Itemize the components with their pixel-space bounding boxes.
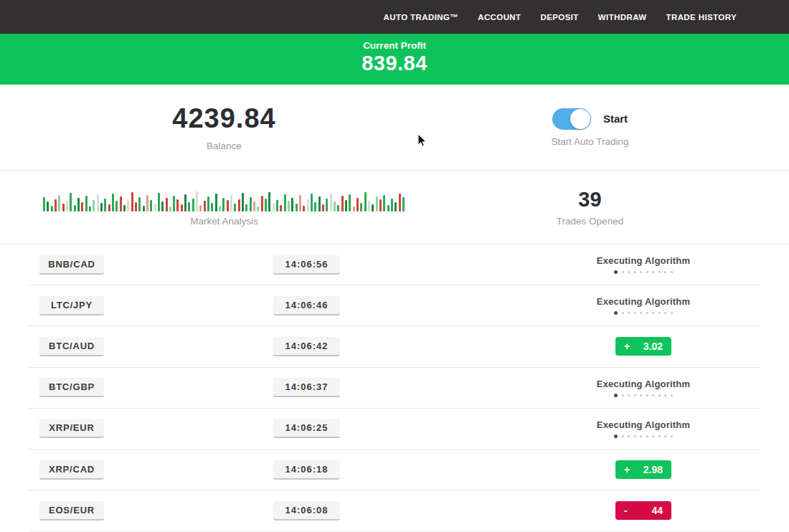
nav-item-deposit[interactable]: DEPOSIT <box>541 13 579 22</box>
time-chip: 14:06:08 <box>273 501 340 521</box>
progress-dot <box>652 394 654 396</box>
market-bar <box>176 199 179 212</box>
progress-dot <box>640 394 642 396</box>
market-bar <box>291 198 293 212</box>
market-bar <box>222 198 225 212</box>
market-bar <box>184 194 186 212</box>
market-bar <box>55 199 57 212</box>
progress-dot <box>664 271 666 273</box>
market-bar <box>238 199 240 212</box>
market-bar <box>211 203 213 212</box>
market-analysis-chart <box>43 189 405 212</box>
pair-chip: EOS/EUR <box>39 501 104 521</box>
progress-dot <box>664 312 666 314</box>
market-bar <box>207 196 209 212</box>
progress-dots <box>614 311 673 315</box>
market-bar <box>154 204 156 212</box>
market-bar <box>219 206 221 212</box>
nav-item-withdraw[interactable]: WITHDRAW <box>598 13 647 22</box>
progress-dots <box>614 270 673 274</box>
market-bar <box>318 196 321 212</box>
market-bar <box>391 199 393 212</box>
market-bar <box>77 198 80 212</box>
progress-dot <box>664 394 666 396</box>
progress-dot <box>658 312 661 314</box>
progress-dot <box>634 435 636 437</box>
loss-badge: -44 <box>615 501 671 520</box>
time-chip: 14:06:25 <box>273 419 340 438</box>
progress-dot <box>646 312 648 314</box>
market-bar <box>93 200 95 212</box>
auto-trading-toggle-block: Start Start Auto Trading <box>420 85 760 170</box>
market-bar <box>215 194 217 212</box>
market-bar <box>299 195 301 212</box>
pair-chip: BTC/AUD <box>39 337 104 356</box>
progress-dot <box>646 394 648 396</box>
nav-item-trade-history[interactable]: TRADE HISTORY <box>666 13 737 22</box>
market-bar <box>280 205 282 212</box>
balance-block: 4239.84 Balance <box>29 85 420 170</box>
market-bar <box>112 194 114 212</box>
top-navbar: AUTO TRADING™ ACCOUNT DEPOSIT WITHDRAW T… <box>0 0 789 34</box>
badge-value: 44 <box>651 505 663 516</box>
market-bar <box>192 199 194 212</box>
toggle-caption: Start Auto Trading <box>551 136 628 147</box>
progress-dot <box>640 271 642 273</box>
market-bar <box>322 204 324 212</box>
nav-item-account[interactable]: ACCOUNT <box>478 13 521 22</box>
market-bar <box>345 200 347 212</box>
market-bar <box>62 204 65 212</box>
market-bar <box>394 202 397 212</box>
pair-chip: BNB/CAD <box>39 255 104 275</box>
market-bar <box>368 201 370 212</box>
time-chip: 14:06:56 <box>273 255 340 275</box>
market-analysis-label: Market Analysis <box>190 216 258 227</box>
market-section: Market Analysis 39 Trades Opened <box>0 170 789 244</box>
market-bar <box>51 206 53 212</box>
market-bar <box>100 203 103 212</box>
market-bar <box>372 204 374 212</box>
market-bar <box>349 194 351 212</box>
market-bar <box>379 199 382 212</box>
progress-dot <box>671 271 673 273</box>
progress-dot <box>628 312 630 314</box>
current-profit-label: Current Profit <box>0 40 789 51</box>
nav-item-auto-trading[interactable]: AUTO TRADING™ <box>384 13 459 22</box>
progress-dot <box>634 271 636 273</box>
market-bar <box>273 203 275 212</box>
market-bar <box>138 197 141 212</box>
market-bar <box>166 198 168 212</box>
table-row: XRP/CAD 14:06:18 +2.98 <box>29 450 760 490</box>
status-cell: +2.98 <box>550 460 737 479</box>
market-bar <box>143 206 145 212</box>
status-cell: Executing Algorithm <box>550 255 737 274</box>
trades-opened-label: Trades Opened <box>557 216 623 227</box>
time-chip: 14:06:37 <box>273 378 340 397</box>
market-bar <box>181 204 183 212</box>
pair-chip: BTC/GBP <box>39 378 104 397</box>
progress-dot <box>658 271 661 273</box>
progress-dot <box>652 312 654 314</box>
market-bar <box>169 206 171 212</box>
market-bar <box>196 191 198 212</box>
market-bar <box>242 193 244 212</box>
progress-dot <box>622 435 624 437</box>
badge-value: 2.98 <box>643 464 663 475</box>
balance-value: 4239.84 <box>172 103 275 134</box>
auto-trading-toggle[interactable] <box>552 108 591 130</box>
progress-dot <box>634 312 636 314</box>
progress-dot <box>628 435 630 437</box>
current-profit-value: 839.84 <box>0 52 789 75</box>
progress-dot <box>646 271 648 273</box>
market-bar <box>399 194 401 212</box>
executing-algorithm-label: Executing Algorithm <box>597 419 690 430</box>
market-bar <box>330 193 332 212</box>
status-cell: +3.02 <box>550 337 737 356</box>
market-bar <box>173 196 175 212</box>
table-row: EOS/EUR 14:06:08 -44 <box>29 490 760 531</box>
progress-dot <box>664 435 666 437</box>
market-bar <box>353 206 355 212</box>
progress-dot <box>614 394 618 397</box>
market-bar <box>326 199 328 212</box>
market-bar <box>314 202 316 212</box>
